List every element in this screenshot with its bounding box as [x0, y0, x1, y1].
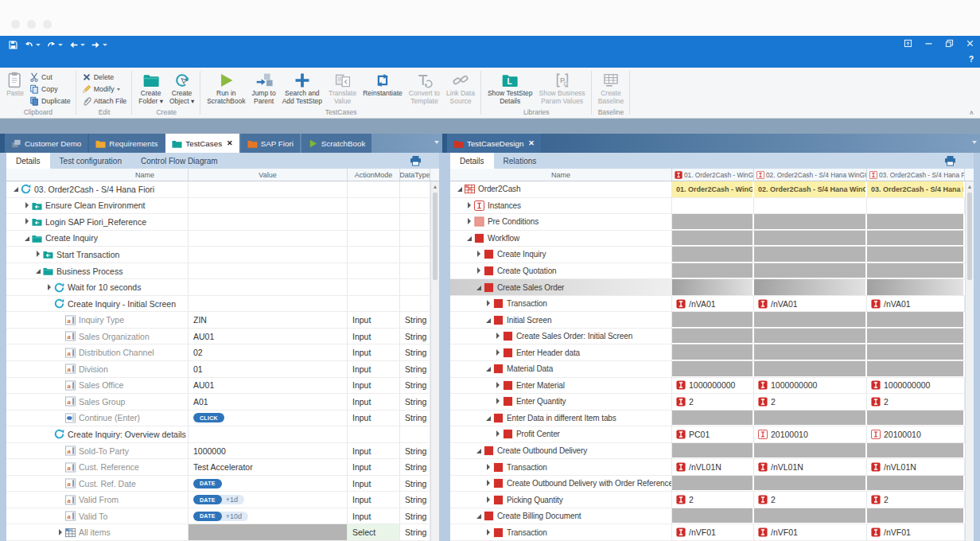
- ribbon-button-create-baseline[interactable]: Create Baseline: [595, 69, 628, 106]
- tcd-cell[interactable]: [672, 443, 754, 459]
- tcd-cell[interactable]: 2: [672, 394, 754, 410]
- tcd-cell[interactable]: [672, 361, 754, 377]
- testcase-tree-row[interactable]: aSales GroupA01InputString: [6, 394, 439, 411]
- tcd-cell[interactable]: 1000000000: [754, 378, 867, 394]
- testcase-tree-row[interactable]: aValid ToDATE+10dInputString: [6, 508, 439, 525]
- panel-tab-sap-fiori[interactable]: SAP Fiori: [241, 134, 300, 153]
- tcd-cell[interactable]: [754, 247, 867, 263]
- close-tab-icon[interactable]: ✕: [227, 139, 233, 147]
- ribbon-button-reinstantiate[interactable]: Reinstantiate: [360, 69, 406, 99]
- expander-icon[interactable]: [476, 267, 483, 274]
- tcd-tree-row[interactable]: Create Sales Order: [450, 279, 974, 296]
- subtab-control-flow-diagram[interactable]: Control Flow Diagram: [131, 153, 228, 169]
- ribbon-button-jump-to-parent[interactable]: Jump to Parent: [248, 69, 278, 106]
- tcd-cell[interactable]: [672, 329, 754, 344]
- date-pill[interactable]: DATE: [193, 512, 222, 521]
- tcd-cell[interactable]: [754, 231, 867, 247]
- pin-window-icon[interactable]: [900, 37, 915, 52]
- ribbon-button-duplicate[interactable]: Duplicate: [27, 95, 73, 106]
- tcd-tree-row[interactable]: Create Sales Order: Initial Screen: [450, 329, 974, 345]
- tcd-cell[interactable]: 2: [867, 492, 965, 508]
- testcase-tree-row[interactable]: Login SAP Fiori_Reference: [6, 214, 439, 231]
- tcd-tree-row[interactable]: Transaction/nVF01/nVF01/nVF01: [450, 524, 974, 541]
- tcd-cell[interactable]: 2: [867, 394, 965, 410]
- vertical-scrollbar[interactable]: ▲: [965, 181, 974, 541]
- tcd-tree-row[interactable]: Transaction/nVA01/nVA01/nVA01: [450, 296, 974, 313]
- tcd-cell[interactable]: /nVF01: [867, 524, 965, 540]
- expander-icon[interactable]: [24, 202, 31, 209]
- tcd-cell[interactable]: /nVF01: [754, 524, 867, 540]
- tcd-cell[interactable]: 2: [754, 394, 867, 410]
- tcd-cell[interactable]: [867, 279, 965, 295]
- tcd-cell[interactable]: [672, 344, 754, 360]
- tcd-tree-row[interactable]: Create Billing Document: [450, 508, 974, 525]
- tcd-cell[interactable]: [754, 279, 867, 295]
- close-icon[interactable]: [962, 37, 977, 52]
- subtab-details[interactable]: Details: [6, 153, 50, 169]
- tcd-cell[interactable]: [867, 361, 965, 377]
- subtab-test-configuration[interactable]: Test configuration: [50, 153, 131, 169]
- tcd-cell[interactable]: [672, 198, 754, 214]
- tcd-cell[interactable]: /nVA01: [867, 296, 965, 312]
- tcd-tree-row[interactable]: Picking Quantity222: [450, 492, 974, 508]
- tcd-cell[interactable]: 1000000000: [672, 378, 754, 394]
- testcase-tree-row[interactable]: aDistribution Channel02InputString: [6, 344, 439, 361]
- print-icon[interactable]: [410, 155, 422, 165]
- testcase-tree-row[interactable]: aSold-To Party1000000InputString: [6, 443, 439, 460]
- expander-icon[interactable]: [495, 333, 502, 340]
- expander-icon[interactable]: [485, 480, 492, 487]
- testcase-tree-row[interactable]: Wait for 10 seconds: [6, 279, 439, 296]
- ribbon-button-attach-file[interactable]: Attach File: [80, 95, 130, 106]
- tcd-tree-row[interactable]: Create Inquiry: [450, 247, 974, 263]
- tcd-tree-row[interactable]: Material Data: [450, 361, 974, 378]
- testcase-tree-row[interactable]: Create Inquiry: Overview details: [6, 426, 439, 443]
- panel-tab-requirements[interactable]: Requirements: [89, 134, 164, 153]
- testcase-tree-row[interactable]: aSales OfficeAU01InputString: [6, 378, 439, 395]
- tcd-cell[interactable]: 1000000000: [867, 378, 965, 394]
- tcd-tree-row[interactable]: Initial Screen: [450, 312, 974, 329]
- testcase-tree-row[interactable]: Continue (Enter)CLICKInputString: [6, 411, 439, 427]
- testcase-tree-row[interactable]: Create Inquiry - Initial Screen: [6, 296, 439, 313]
- tcd-cell[interactable]: [672, 214, 754, 230]
- ribbon-button-link-data-source[interactable]: Link Data Source: [443, 69, 478, 106]
- expander-icon[interactable]: [476, 251, 483, 258]
- tcd-cell[interactable]: 20100010: [867, 426, 965, 442]
- tcd-cell[interactable]: [867, 198, 965, 214]
- tcd-cell[interactable]: [867, 214, 965, 230]
- tcd-cell[interactable]: [867, 344, 965, 360]
- ribbon-button-convert-to-template[interactable]: Convert to Template: [406, 69, 443, 106]
- expander-icon[interactable]: [57, 529, 64, 536]
- tcd-cell[interactable]: [754, 198, 867, 214]
- tcd-cell[interactable]: [754, 263, 867, 279]
- column-header-instance-3[interactable]: 03. Order2Cash - S/4 Hana Fiori: [867, 169, 965, 181]
- tcd-cell[interactable]: [672, 411, 754, 426]
- expander-icon[interactable]: [485, 317, 492, 324]
- tcd-tree-row[interactable]: Enter Quantity222: [450, 394, 974, 411]
- tcd-cell[interactable]: 01. Order2Cash - WinGUI: [672, 181, 754, 197]
- tcd-tree-row[interactable]: Enter Header data: [450, 344, 974, 361]
- expander-icon[interactable]: [495, 349, 502, 356]
- help-button[interactable]: ?: [969, 55, 974, 64]
- tcd-cell[interactable]: /nVL01N: [672, 459, 754, 475]
- tcd-cell[interactable]: 2: [754, 492, 867, 508]
- expander-icon[interactable]: [476, 447, 483, 454]
- column-header-value[interactable]: Value: [189, 169, 348, 181]
- tcd-cell[interactable]: [754, 411, 867, 426]
- tcd-tree-row[interactable]: Enter Data in different Item tabs: [450, 411, 974, 427]
- left-edge-splitter[interactable]: [0, 153, 6, 541]
- tcd-tree-row[interactable]: Create Outbound Delivery: [450, 443, 974, 460]
- tcd-tree-row[interactable]: Instances: [450, 198, 974, 215]
- expander-icon[interactable]: [485, 300, 492, 307]
- tcd-cell[interactable]: 02. Order2Cash - S/4 Hana WinGUI: [754, 181, 867, 197]
- expander-icon[interactable]: [485, 496, 492, 504]
- ribbon-button-cut[interactable]: Cut: [27, 72, 73, 82]
- navigate-back-icon[interactable]: [67, 38, 87, 51]
- tcd-cell[interactable]: /nVF01: [672, 524, 754, 540]
- expander-icon[interactable]: [466, 235, 473, 242]
- expander-icon[interactable]: [495, 398, 502, 405]
- panel-tab-testcasedesign[interactable]: TestCaseDesign✕: [447, 134, 541, 153]
- testcase-tree-row[interactable]: aDivision01InputString: [6, 361, 439, 378]
- ribbon-button-create-object[interactable]: Create Object ▾: [166, 69, 197, 106]
- ribbon-button-create-folder[interactable]: Create Folder ▾: [135, 69, 166, 106]
- tcd-cell[interactable]: /nVA01: [754, 296, 867, 312]
